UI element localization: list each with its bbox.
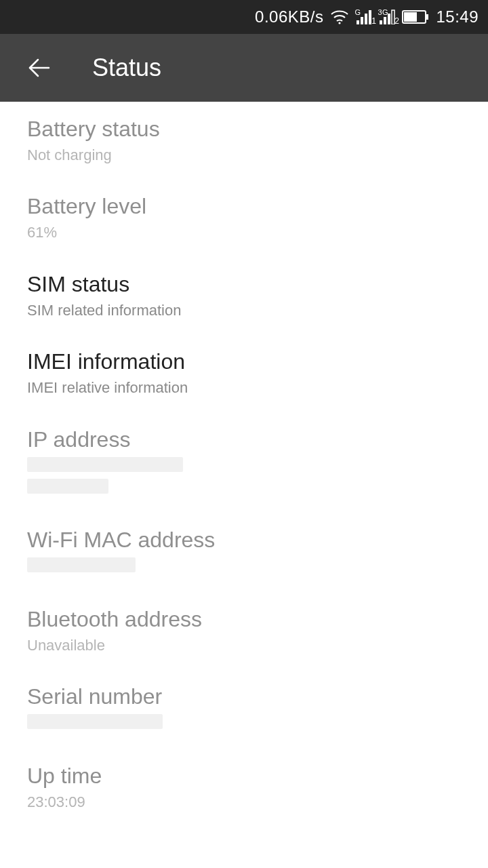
item-title: Up time	[27, 762, 461, 789]
item-subtitle: IMEI relative information	[27, 379, 461, 397]
svg-rect-11	[426, 14, 428, 20]
item-subtitle: SIM related information	[27, 302, 461, 319]
item-title: Battery level	[27, 193, 461, 220]
status-list: Battery status Not charging Battery leve…	[0, 102, 488, 826]
item-sim-status[interactable]: SIM status SIM related information	[0, 257, 488, 334]
svg-rect-3	[365, 14, 367, 24]
wifi-icon	[330, 9, 349, 24]
signal-sim1-icon: G 1	[356, 9, 372, 24]
app-bar: Status	[0, 34, 488, 102]
svg-point-0	[339, 22, 341, 24]
item-imei-information[interactable]: IMEI information IMEI relative informati…	[0, 334, 488, 412]
item-ip-address: IP address	[0, 412, 488, 513]
item-battery-status: Battery status Not charging	[0, 102, 488, 179]
svg-rect-1	[357, 20, 359, 24]
item-up-time: Up time 23:03:09	[0, 749, 488, 826]
svg-rect-10	[404, 12, 417, 22]
svg-rect-2	[361, 17, 363, 24]
signal-sim2-icon: 3G 2	[379, 9, 395, 24]
item-value: 23:03:09	[27, 793, 461, 811]
item-value: 61%	[27, 224, 461, 241]
item-bluetooth-address: Bluetooth address Unavailable	[0, 592, 488, 669]
item-title: Bluetooth address	[27, 606, 461, 633]
item-serial-number: Serial number	[0, 669, 488, 748]
item-wifi-mac-address: Wi-Fi MAC address	[0, 513, 488, 591]
item-value-redacted	[27, 714, 461, 733]
item-title: IMEI information	[27, 348, 461, 375]
item-title: Serial number	[27, 683, 461, 710]
item-battery-level: Battery level 61%	[0, 179, 488, 256]
item-value-redacted	[27, 557, 461, 576]
item-title: Battery status	[27, 115, 461, 142]
item-value: Not charging	[27, 146, 461, 164]
system-status-bar: 0.06KB/s G 1 3G 2 15:49	[0, 0, 488, 34]
item-value-redacted	[27, 457, 461, 498]
item-title: SIM status	[27, 271, 461, 298]
battery-icon	[402, 10, 429, 24]
item-title: Wi-Fi MAC address	[27, 526, 461, 553]
back-button[interactable]	[27, 56, 52, 80]
item-title: IP address	[27, 426, 461, 453]
clock: 15:49	[436, 7, 479, 26]
network-speed: 0.06KB/s	[255, 7, 323, 26]
item-value: Unavailable	[27, 637, 461, 654]
svg-rect-5	[380, 20, 382, 24]
page-title: Status	[92, 54, 161, 82]
svg-rect-6	[384, 17, 386, 24]
